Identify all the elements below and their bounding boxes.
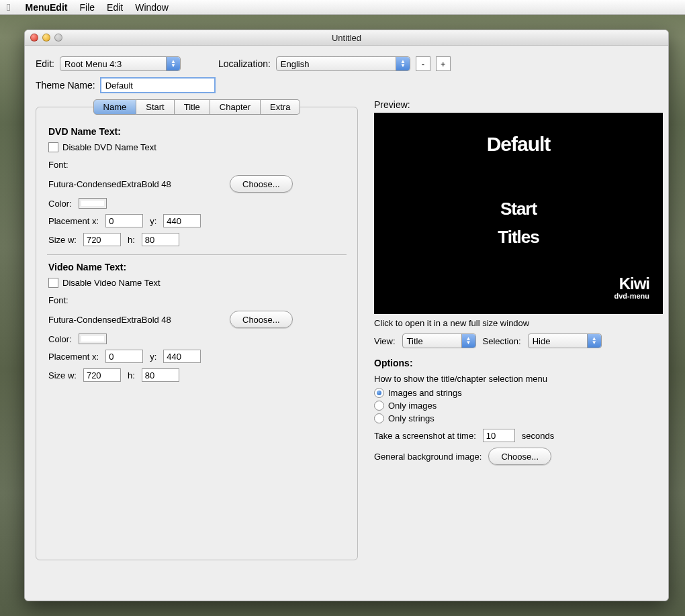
localization-label: Localization: (218, 58, 271, 69)
stepper-arrows-icon (396, 57, 410, 70)
video-sw-label: Size w: (48, 370, 77, 380)
checkbox-icon (48, 278, 58, 288)
localization-popup-value: English (281, 59, 310, 69)
radio-icon (374, 401, 384, 411)
left-column: Name Start Title Chapter Extra DVD Name … (36, 99, 358, 560)
tab-group: Name Start Title Chapter Extra DVD Name … (36, 99, 358, 560)
preview-text-start: Start (374, 199, 663, 219)
dvd-name-heading: DVD Name Text: (48, 126, 345, 137)
window: Untitled Edit: Root Menu 4:3 Localizatio… (24, 30, 669, 601)
video-color-label: Color: (48, 334, 72, 344)
disable-dvd-name-label: Disable DVD Name Text (62, 142, 156, 152)
preview-text-default: Default (374, 133, 663, 156)
video-font-label: Font: (48, 295, 345, 305)
screenshot-time-field[interactable] (483, 429, 515, 442)
dvd-px-label: Placement x: (48, 216, 99, 226)
stepper-arrows-icon (461, 334, 475, 348)
disable-video-name-checkbox[interactable]: Disable Video Name Text (48, 278, 161, 288)
apple-menu-icon[interactable]:  (7, 1, 10, 13)
selection-menu-radiogroup: Images and strings Only images Only stri… (374, 388, 663, 423)
selection-label: Selection: (483, 336, 521, 346)
theme-name-label: Theme Name: (36, 80, 95, 91)
preview-text-titles: Titles (374, 227, 663, 248)
video-font-value: Futura-CondensedExtraBold 48 (48, 315, 223, 325)
dvd-py-label: y: (150, 216, 156, 226)
tab-chapter[interactable]: Chapter (210, 99, 261, 115)
name-tab-panel: DVD Name Text: Disable DVD Name Text Fon… (36, 107, 358, 560)
radio-only-images[interactable]: Only images (374, 401, 663, 411)
dvd-sw-field[interactable] (83, 233, 121, 246)
radio-label: Only strings (388, 413, 435, 423)
options-howto: How to show the title/chapter selection … (374, 374, 663, 384)
dvd-color-label: Color: (48, 199, 72, 209)
edit-popup-value: Root Menu 4:3 (64, 59, 122, 69)
menubar:  MenuEdit File Edit Window (0, 0, 685, 15)
divider (47, 254, 347, 255)
preview-hint: Click to open it in a new full size wind… (374, 318, 663, 328)
video-px-field[interactable] (105, 350, 143, 363)
dvd-sh-label: h: (128, 235, 135, 245)
loc-remove-button[interactable]: - (416, 56, 430, 71)
view-popup-value: Title (407, 336, 423, 346)
dvd-color-well[interactable] (79, 198, 107, 209)
screenshot-time-unit: seconds (522, 431, 554, 441)
disable-video-name-label: Disable Video Name Text (62, 278, 161, 288)
video-py-field[interactable] (163, 350, 201, 363)
tab-extra[interactable]: Extra (261, 99, 300, 115)
video-color-well[interactable] (79, 333, 107, 344)
checkbox-icon (48, 142, 58, 152)
loc-add-button[interactable]: + (436, 56, 451, 71)
right-column: Preview: Default Start Titles Kiwi dvd-m… (374, 99, 663, 470)
dvd-px-field[interactable] (105, 214, 143, 227)
columns: Name Start Title Chapter Extra DVD Name … (36, 99, 657, 560)
stepper-arrows-icon (166, 57, 180, 70)
titlebar[interactable]: Untitled (25, 30, 668, 46)
window-content: Edit: Root Menu 4:3 Localization: Englis… (25, 46, 668, 571)
radio-icon (374, 388, 384, 398)
background-image-choose-button[interactable]: Choose... (488, 448, 551, 465)
localization-popup[interactable]: English (276, 56, 410, 71)
selection-popup[interactable]: Hide (528, 333, 602, 348)
dvd-font-label: Font: (48, 160, 345, 170)
dvd-font-value: Futura-CondensedExtraBold 48 (48, 179, 223, 189)
radio-only-strings[interactable]: Only strings (374, 413, 663, 423)
video-sh-label: h: (128, 370, 135, 380)
dvd-sw-label: Size w: (48, 235, 77, 245)
top-row-theme: Theme Name: (36, 78, 657, 93)
edit-popup[interactable]: Root Menu 4:3 (60, 56, 181, 71)
tab-start[interactable]: Start (136, 99, 174, 115)
preview-canvas[interactable]: Default Start Titles Kiwi dvd-menu (374, 113, 663, 314)
edit-label: Edit: (36, 58, 54, 69)
menubar-appname[interactable]: MenuEdit (25, 2, 67, 13)
preview-kiwi-sub: dvd-menu (614, 290, 649, 302)
dvd-py-field[interactable] (163, 214, 201, 227)
tab-name[interactable]: Name (93, 99, 137, 115)
video-font-choose-button[interactable]: Choose... (230, 311, 293, 328)
dvd-sh-field[interactable] (142, 233, 179, 246)
preview-text-kiwi: Kiwi dvd-menu (614, 278, 649, 302)
tab-title[interactable]: Title (175, 99, 210, 115)
options-heading: Options: (374, 358, 663, 368)
menubar-item-edit[interactable]: Edit (107, 2, 123, 13)
window-title: Untitled (25, 33, 668, 43)
disable-dvd-name-checkbox[interactable]: Disable DVD Name Text (48, 142, 156, 152)
video-py-label: y: (150, 352, 156, 362)
screenshot-time-label: Take a screenshot at time: (374, 431, 476, 441)
preview-label: Preview: (374, 99, 663, 110)
theme-name-field[interactable] (101, 78, 215, 93)
video-sh-field[interactable] (142, 368, 179, 382)
radio-images-and-strings[interactable]: Images and strings (374, 388, 663, 398)
video-px-label: Placement x: (48, 352, 99, 362)
menubar-item-file[interactable]: File (79, 2, 95, 13)
desktop:  MenuEdit File Edit Window Untitled Edi… (0, 0, 685, 616)
dvd-font-choose-button[interactable]: Choose... (230, 175, 293, 193)
background-image-label: General background image: (374, 452, 482, 462)
selection-popup-value: Hide (533, 336, 551, 346)
radio-label: Only images (388, 401, 437, 411)
video-sw-field[interactable] (83, 368, 121, 382)
view-label: View: (374, 336, 396, 346)
video-name-heading: Video Name Text: (48, 262, 345, 272)
view-popup[interactable]: Title (402, 333, 476, 348)
stepper-arrows-icon (587, 334, 601, 348)
menubar-item-window[interactable]: Window (135, 2, 169, 13)
